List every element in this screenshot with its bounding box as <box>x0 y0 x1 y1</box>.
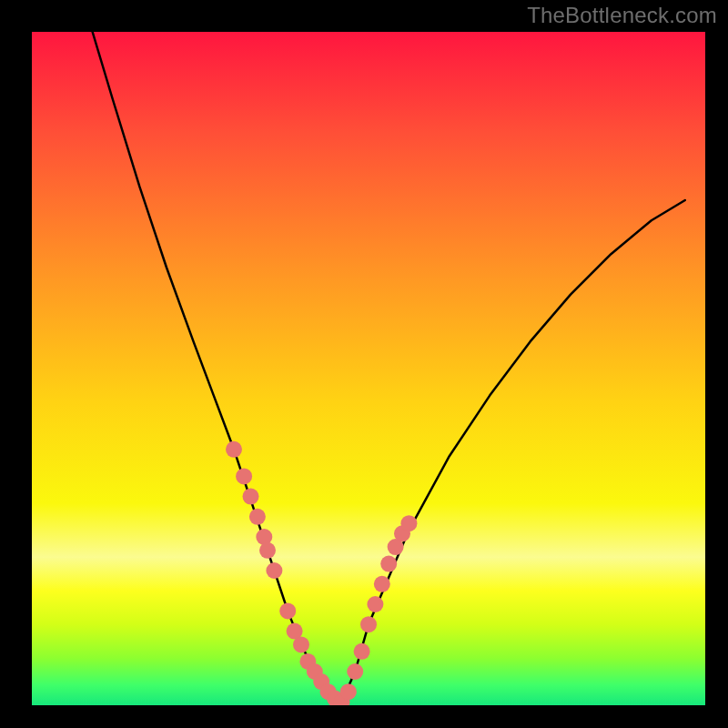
marker-dot <box>293 636 309 652</box>
watermark-label: TheBottleneck.com <box>527 3 717 28</box>
marker-dot <box>374 576 390 592</box>
marker-dot <box>236 468 252 484</box>
marker-dot <box>226 441 242 458</box>
marker-dot <box>347 663 363 680</box>
marker-dot <box>259 542 276 559</box>
marker-dot <box>360 616 377 632</box>
marker-dot <box>400 515 417 531</box>
marker-dot <box>266 562 282 579</box>
marker-dot <box>367 596 383 612</box>
plot-svg <box>32 32 705 705</box>
marker-dot <box>243 489 259 505</box>
marker-dot <box>380 556 397 572</box>
marker-dot <box>249 509 266 525</box>
marker-dot <box>340 683 357 700</box>
marker-dot <box>354 643 370 660</box>
marker-dot <box>279 602 296 619</box>
chart-frame: TheBottleneck.com <box>0 0 728 728</box>
